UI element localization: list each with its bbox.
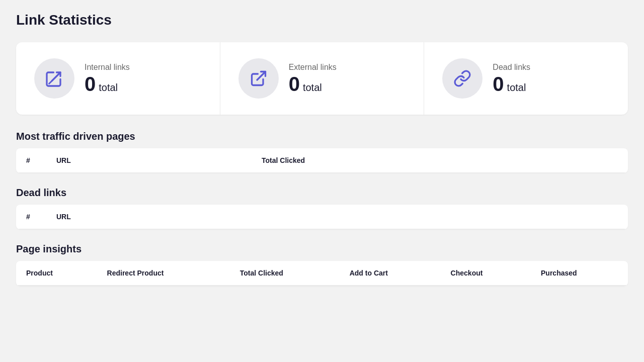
svg-line-0 xyxy=(257,72,266,80)
dead-links-col-url: URL xyxy=(46,205,628,229)
insights-col-checkout: Checkout xyxy=(441,261,531,286)
external-links-label: External links xyxy=(289,63,337,72)
dead-links-section: Dead links # URL xyxy=(16,187,628,229)
external-link-icon xyxy=(250,69,268,87)
internal-links-value-row: 0 total xyxy=(85,74,130,94)
page-insights-section-title: Page insights xyxy=(16,243,628,255)
stats-cards: Internal links 0 total External links 0 … xyxy=(16,42,628,115)
dead-links-table-container: # URL xyxy=(16,205,628,229)
external-links-unit: total xyxy=(303,82,322,94)
internal-links-info: Internal links 0 total xyxy=(85,63,130,94)
internal-link-icon xyxy=(45,69,63,87)
external-links-value-row: 0 total xyxy=(289,74,337,94)
page-title: Link Statistics xyxy=(16,12,628,28)
external-links-info: External links 0 total xyxy=(289,63,337,94)
external-link-icon-circle xyxy=(238,58,279,99)
dead-links-section-title: Dead links xyxy=(16,187,628,199)
dead-link-icon-circle xyxy=(442,58,482,99)
dead-links-number: 0 xyxy=(493,74,504,94)
external-links-number: 0 xyxy=(289,74,300,94)
traffic-col-clicked: Total Clicked xyxy=(252,148,628,173)
traffic-col-url: URL xyxy=(46,148,252,173)
dead-links-col-hash: # xyxy=(16,205,46,229)
dead-links-table: # URL xyxy=(16,205,628,229)
traffic-section-title: Most traffic driven pages xyxy=(16,131,628,142)
internal-links-unit: total xyxy=(99,82,118,94)
dead-links-label: Dead links xyxy=(493,63,530,72)
page-insights-section: Page insights Product Redirect Product T… xyxy=(16,243,628,286)
dead-links-unit: total xyxy=(507,82,526,94)
dead-links-card: Dead links 0 total xyxy=(424,42,628,115)
insights-col-redirect: Redirect Product xyxy=(97,261,230,286)
insights-header-row: Product Redirect Product Total Clicked A… xyxy=(16,261,628,286)
insights-col-clicked: Total Clicked xyxy=(230,261,340,286)
insights-table: Product Redirect Product Total Clicked A… xyxy=(16,261,628,286)
dead-links-value-row: 0 total xyxy=(493,74,530,94)
traffic-section: Most traffic driven pages # URL Total Cl… xyxy=(16,131,628,173)
dead-links-info: Dead links 0 total xyxy=(493,63,530,94)
internal-links-card: Internal links 0 total xyxy=(16,42,220,115)
dead-links-header-row: # URL xyxy=(16,205,628,229)
internal-links-label: Internal links xyxy=(85,63,130,72)
insights-col-product: Product xyxy=(16,261,97,286)
internal-links-number: 0 xyxy=(85,74,96,94)
internal-link-icon-circle xyxy=(34,58,74,99)
traffic-table-header-row: # URL Total Clicked xyxy=(16,148,628,173)
insights-col-purchased: Purchased xyxy=(531,261,628,286)
traffic-table-container: # URL Total Clicked xyxy=(16,148,628,173)
insights-col-cart: Add to Cart xyxy=(340,261,441,286)
external-links-card: External links 0 total xyxy=(220,42,425,115)
traffic-table: # URL Total Clicked xyxy=(16,148,628,173)
traffic-col-hash: # xyxy=(16,148,46,173)
dead-link-icon xyxy=(453,69,471,87)
insights-table-container: Product Redirect Product Total Clicked A… xyxy=(16,261,628,286)
